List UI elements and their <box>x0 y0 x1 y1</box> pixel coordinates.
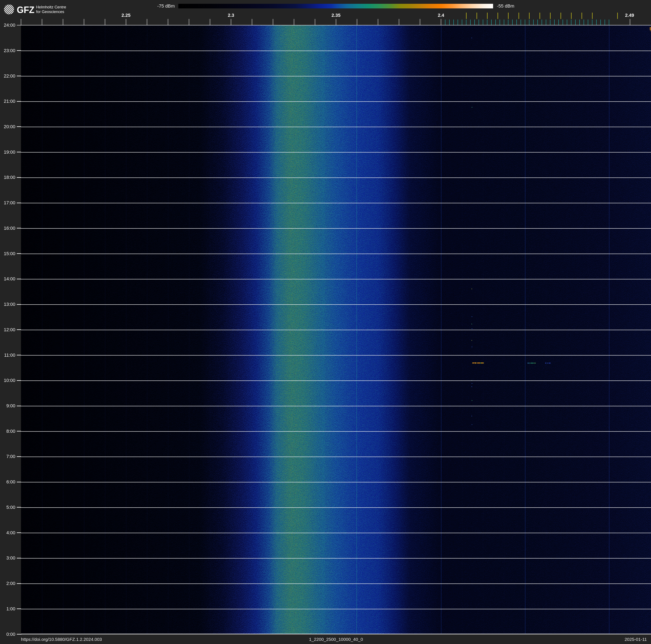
svg-text:Helmholtz Centre: Helmholtz Centre <box>36 5 66 9</box>
svg-text:GFZ: GFZ <box>17 5 34 15</box>
svg-text:for Geosciences: for Geosciences <box>36 9 64 14</box>
